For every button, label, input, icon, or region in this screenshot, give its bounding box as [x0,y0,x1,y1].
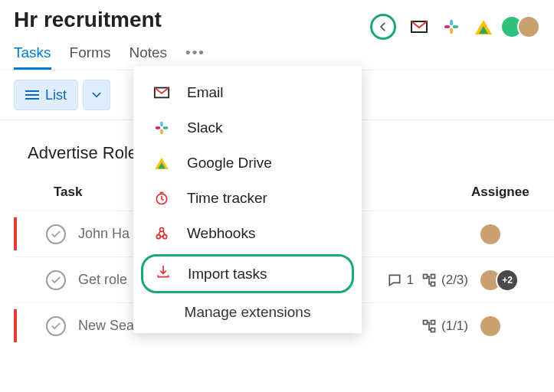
svg-rect-12 [160,122,162,127]
subtask-icon [421,318,437,334]
svg-rect-4 [444,25,450,28]
dropdown-item-label: Slack [187,119,222,136]
avatar[interactable] [479,223,502,246]
dropdown-manage-extensions[interactable]: Manage extensions [133,296,362,322]
check-icon [51,229,61,240]
slack-icon [153,120,170,136]
envelope-icon [153,84,170,101]
svg-rect-2 [453,25,458,28]
dropdown-item-timetracker[interactable]: Time tracker [133,181,362,216]
webhook-icon [153,226,170,241]
dropdown-item-label: Time tracker [187,190,267,207]
slack-icon[interactable] [442,18,461,36]
dropdown-item-label: Webhooks [187,225,255,242]
import-icon [156,264,171,283]
header-avatars[interactable] [506,15,540,38]
column-assignee: Assignee [471,185,540,200]
avatar[interactable] [479,315,502,338]
svg-rect-6 [431,274,435,278]
list-view-button[interactable]: List [14,80,78,110]
comments-count[interactable]: 1 [387,273,414,288]
avatar-more[interactable]: +2 [496,269,519,292]
back-button[interactable] [370,14,396,40]
list-view-label: List [45,87,67,103]
gdrive-icon [153,156,170,171]
list-view-dropdown[interactable] [83,80,110,110]
svg-rect-5 [424,274,428,278]
tab-forms[interactable]: Forms [70,44,111,70]
svg-rect-8 [424,320,428,324]
complete-toggle[interactable] [46,270,66,290]
dropdown-item-import-tasks[interactable]: Import tasks [141,254,354,293]
page-title: Hr recruitment [14,8,162,32]
gdrive-icon[interactable] [474,18,493,36]
dropdown-item-webhooks[interactable]: Webhooks [133,216,362,251]
svg-rect-10 [431,328,435,332]
complete-toggle[interactable] [46,316,66,336]
comment-icon [387,273,402,288]
dropdown-item-email[interactable]: Email [133,75,362,110]
header-toolbar [370,8,540,40]
email-icon[interactable] [410,18,428,36]
complete-toggle[interactable] [46,224,66,244]
check-icon [51,321,61,332]
dropdown-item-label: Import tasks [188,266,267,283]
dropdown-item-label: Email [187,84,224,101]
extensions-dropdown: Email Slack Google Drive Time tracker We… [133,66,362,333]
svg-rect-3 [450,28,453,34]
chevron-left-icon [378,21,388,32]
dropdown-item-label: Google Drive [187,155,272,172]
svg-rect-1 [450,20,453,25]
clock-icon [153,191,170,206]
tab-tasks[interactable]: Tasks [14,44,51,70]
svg-rect-15 [156,126,161,129]
subtasks-count[interactable]: (2/3) [421,273,468,288]
subtasks-count[interactable]: (1/1) [421,318,468,334]
svg-rect-9 [431,320,435,324]
svg-rect-13 [163,126,169,129]
svg-rect-14 [160,129,162,135]
list-icon [25,88,39,102]
chevron-down-icon [91,90,102,100]
svg-rect-7 [431,282,435,286]
check-icon [51,275,61,286]
avatar [517,15,540,38]
dropdown-item-slack[interactable]: Slack [133,110,362,145]
subtask-icon [421,273,437,288]
dropdown-item-gdrive[interactable]: Google Drive [133,145,362,181]
